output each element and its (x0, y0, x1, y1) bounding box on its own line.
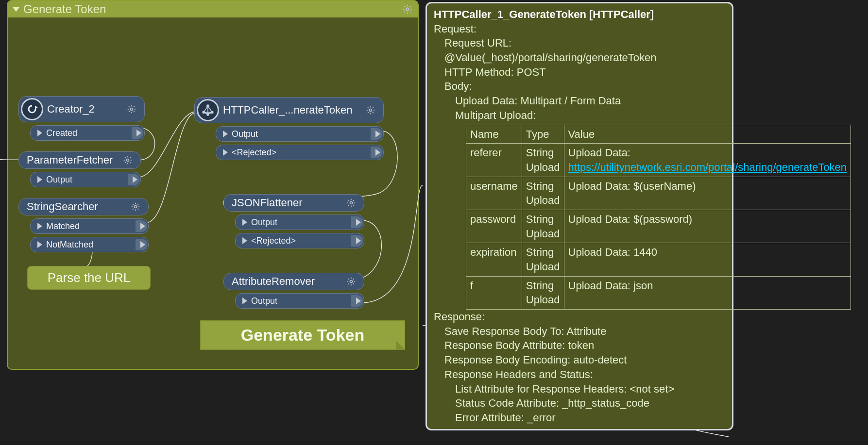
port-output-icon[interactable] (371, 147, 382, 158)
node-string-searcher[interactable]: StringSearcher Matched NotMatched (18, 198, 149, 252)
table-row: f String Upload Upload Data: json (466, 276, 851, 309)
output-port[interactable]: NotMatched (30, 237, 149, 252)
svg-point-8 (135, 206, 137, 208)
value: @Value(_host)/portal/sharing/generateTok… (444, 51, 657, 64)
port-output-icon[interactable] (136, 220, 147, 232)
loop-icon (21, 98, 43, 120)
svg-point-14 (350, 202, 353, 204)
node-title: AttributeRemover (232, 275, 315, 288)
port-output-icon[interactable] (351, 295, 363, 307)
play-icon (242, 237, 247, 244)
annotation-text: Parse the URL (48, 270, 131, 285)
output-port[interactable]: <Rejected> (235, 233, 364, 248)
sticky-generate-token[interactable]: Generate Token (200, 320, 405, 350)
play-icon (37, 241, 42, 248)
info-panel[interactable]: HTTPCaller_1_GenerateToken [HTTPCaller] … (425, 2, 733, 430)
port-label: <Rejected> (232, 148, 276, 158)
node-title: JSONFlattener (232, 197, 303, 209)
td: String Upload (522, 210, 564, 243)
gear-icon[interactable] (131, 202, 140, 212)
label: Upload Data: (455, 95, 521, 107)
gear-icon[interactable] (123, 155, 133, 165)
output-port[interactable]: <Rejected> (216, 145, 384, 160)
info-row: Status Code Attribute: _http_status_code (434, 396, 725, 411)
gear-icon[interactable] (346, 277, 356, 286)
node-header[interactable]: AttributeRemover (223, 273, 364, 290)
svg-marker-5 (35, 106, 38, 109)
port-label: NotMatched (46, 240, 93, 250)
table-row: expiration String Upload Upload Data: 14… (466, 243, 851, 276)
collapse-icon[interactable] (13, 7, 19, 12)
svg-point-15 (350, 280, 353, 283)
td: password (466, 210, 522, 243)
annotation-parse-url[interactable]: Parse the URL (27, 266, 151, 290)
port-output-icon[interactable] (128, 174, 139, 185)
label: Request URL: (444, 37, 511, 49)
info-row: Request URL: @Value(_host)/portal/sharin… (434, 36, 725, 65)
td: username (466, 177, 522, 210)
node-header[interactable]: JSONFlattener (223, 194, 364, 212)
output-port[interactable]: Output (216, 126, 384, 142)
label: HTTP Method: (444, 66, 517, 78)
td: Upload Data: 1440 (564, 243, 851, 276)
output-port[interactable]: Matched (30, 218, 149, 234)
output-port[interactable]: Output (235, 214, 364, 230)
info-row: Error Attribute: _error (434, 411, 725, 425)
play-icon (37, 176, 42, 183)
gear-icon[interactable] (346, 198, 356, 208)
table-header-row: Name Type Value (466, 125, 851, 144)
label: Upload Data: (568, 147, 630, 159)
output-port[interactable]: Output (30, 172, 141, 187)
th: Name (466, 125, 522, 144)
group-titlebar[interactable]: Generate Token (8, 1, 418, 17)
port-output-icon[interactable] (371, 128, 382, 140)
info-row: List Attribute for Response Headers: <no… (434, 382, 725, 396)
port-label: Output (251, 296, 277, 306)
port-output-icon[interactable] (132, 127, 143, 139)
output-port[interactable]: Created (30, 125, 145, 141)
sticky-text: Generate Token (241, 326, 364, 344)
group-title: Generate Token (23, 2, 106, 16)
group-gear-icon[interactable] (402, 4, 413, 15)
info-row: HTTP Method: POST (434, 65, 725, 80)
td: Upload Data: $(password) (564, 210, 851, 243)
node-attribute-remover[interactable]: AttributeRemover Output (223, 273, 364, 309)
node-header[interactable]: ParameterFetcher (18, 151, 141, 169)
th: Value (564, 125, 851, 144)
port-output-icon[interactable] (351, 235, 363, 247)
node-parameter-fetcher[interactable]: ParameterFetcher Output (18, 151, 141, 187)
port-output-icon[interactable] (351, 216, 363, 228)
gear-icon[interactable] (127, 104, 136, 114)
node-json-flattener[interactable]: JSONFlattener Output <Rejected> (223, 194, 364, 248)
node-header[interactable]: HTTPCaller_...nerateToken (194, 97, 384, 123)
info-row: Response Headers and Status: (434, 367, 725, 382)
multipart-table: Name Type Value referer String Upload Up… (466, 125, 851, 310)
node-creator[interactable]: Creator_2 Created (18, 96, 145, 141)
play-icon (242, 219, 247, 226)
node-httpcaller[interactable]: HTTPCaller_...nerateToken Output <Reject… (194, 97, 384, 160)
node-title: HTTPCaller_...nerateToken (223, 104, 353, 116)
port-label: Output (251, 217, 277, 228)
node-header[interactable]: StringSearcher (18, 198, 149, 215)
play-icon (242, 297, 247, 304)
td: expiration (466, 243, 522, 276)
link[interactable]: https://utilitynetwork.esri.com/portal/s… (568, 161, 847, 173)
value: Multipart / Form Data (521, 95, 621, 107)
node-header[interactable]: Creator_2 (18, 96, 145, 122)
canvas: Generate Token Creator_2 (0, 0, 868, 445)
play-icon (37, 223, 42, 230)
network-icon (197, 99, 219, 121)
td: Upload Data: https://utilitynetwork.esri… (564, 144, 851, 177)
play-icon (37, 130, 42, 136)
port-label: Output (46, 175, 72, 185)
info-row: Save Response Body To: Attribute (434, 324, 725, 339)
output-port[interactable]: Output (235, 293, 364, 309)
port-label: Matched (46, 221, 80, 231)
port-output-icon[interactable] (136, 239, 147, 250)
info-title: HTTPCaller_1_GenerateToken [HTTPCaller] (434, 7, 725, 22)
svg-point-6 (131, 108, 133, 111)
gear-icon[interactable] (366, 105, 375, 115)
port-label: Output (232, 129, 258, 139)
info-request-label: Request: (434, 22, 725, 36)
info-body-label: Body: (434, 79, 725, 94)
